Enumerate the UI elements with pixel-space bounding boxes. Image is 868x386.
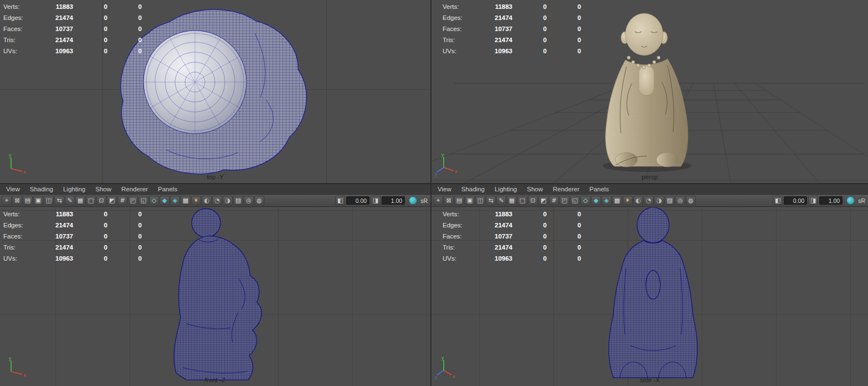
grease-pencil-icon[interactable]: ✎ bbox=[65, 196, 75, 205]
viewport-top[interactable]: Verts: 11883 0 0 Edges: 21474 0 0 Faces:… bbox=[0, 0, 430, 183]
lock-camera-icon[interactable]: ⊠ bbox=[12, 196, 22, 205]
checker-icon[interactable]: ▩ bbox=[612, 196, 622, 205]
pan-zoom-icon[interactable]: ⇆ bbox=[54, 196, 64, 205]
toolbar-right-group: ◧ 0.00 ◨ 1.00 sR bbox=[773, 196, 866, 205]
camera-attributes-icon[interactable]: ▤ bbox=[23, 196, 33, 205]
film-gate-icon[interactable]: □ bbox=[86, 196, 96, 205]
exposure-field[interactable]: 0.00 bbox=[346, 196, 369, 205]
menu-lighting[interactable]: Lighting bbox=[58, 184, 90, 194]
menu-show[interactable]: Show bbox=[90, 184, 116, 194]
toolbar-icon-group: ⌖ ⊠ ▤ ▣ ◫ ⇆ ✎ ▦ □ ⊡ bbox=[2, 196, 264, 205]
maya-four-view-layout: Verts: 11883 0 0 Edges: 21474 0 0 Faces:… bbox=[0, 0, 868, 386]
gamma-field[interactable]: 1.00 bbox=[382, 196, 405, 205]
menu-panels[interactable]: Panels bbox=[153, 184, 182, 194]
axis-gizmo[interactable]: y x bbox=[3, 153, 28, 177]
front-view-wireframe-model bbox=[0, 207, 430, 386]
axis-y-label: y bbox=[441, 356, 444, 360]
viewport-side[interactable]: Verts: 11883 0 0 Edges: 21474 0 0 Faces: bbox=[432, 207, 868, 386]
gate-mask-icon[interactable]: ◩ bbox=[538, 196, 548, 205]
shaded-mode-icon[interactable]: ◆ bbox=[160, 196, 170, 205]
bookmarks-icon[interactable]: ▣ bbox=[465, 196, 475, 205]
menu-shading[interactable]: Shading bbox=[456, 184, 490, 194]
textured-mode-icon[interactable]: ◈ bbox=[602, 196, 612, 205]
xray-icon[interactable]: ◍ bbox=[686, 196, 696, 205]
textured-mode-icon[interactable]: ◈ bbox=[170, 196, 180, 205]
menu-renderer[interactable]: Renderer bbox=[548, 184, 584, 194]
view-transform-label: sR bbox=[858, 197, 865, 204]
safe-action-icon[interactable]: ◰ bbox=[128, 196, 138, 205]
film-gate-icon[interactable]: □ bbox=[517, 196, 527, 205]
select-camera-icon[interactable]: ⌖ bbox=[2, 196, 12, 205]
isolate-select-icon[interactable]: ◎ bbox=[244, 196, 254, 205]
side-view-panel: View Shading Lighting Show Renderer Pane… bbox=[430, 183, 868, 386]
multisample-icon[interactable]: ▨ bbox=[665, 196, 675, 205]
motion-blur-icon[interactable]: ◑ bbox=[223, 196, 233, 205]
axis-y-label: y bbox=[441, 153, 444, 158]
image-plane-icon[interactable]: ◫ bbox=[475, 196, 485, 205]
axis-z-label: z bbox=[435, 172, 438, 177]
image-plane-icon[interactable]: ◫ bbox=[44, 196, 54, 205]
use-all-lights-icon[interactable]: ☀ bbox=[623, 196, 633, 205]
menu-shading[interactable]: Shading bbox=[25, 184, 58, 194]
wireframe-mode-icon[interactable]: ◇ bbox=[149, 196, 159, 205]
exposure-toggle-icon[interactable]: ◧ bbox=[335, 196, 345, 205]
color-management-icon[interactable] bbox=[846, 196, 855, 205]
bookmarks-icon[interactable]: ▣ bbox=[33, 196, 43, 205]
safe-action-icon[interactable]: ◰ bbox=[559, 196, 569, 205]
pan-zoom-icon[interactable]: ⇆ bbox=[486, 196, 496, 205]
menu-panels[interactable]: Panels bbox=[584, 184, 614, 194]
axis-gizmo[interactable]: y x z bbox=[435, 153, 459, 177]
select-camera-icon[interactable]: ⌖ bbox=[433, 196, 443, 205]
gamma-field[interactable]: 1.00 bbox=[819, 196, 843, 205]
wireframe-mode-icon[interactable]: ◇ bbox=[581, 196, 590, 205]
viewport-persp[interactable]: Verts: 11883 0 0 Edges: 21474 0 0 Faces:… bbox=[430, 0, 868, 183]
exposure-field[interactable]: 0.00 bbox=[784, 196, 807, 205]
menu-view[interactable]: View bbox=[1, 184, 25, 194]
menu-lighting[interactable]: Lighting bbox=[490, 184, 522, 194]
front-view-panel: View Shading Lighting Show Renderer Pane… bbox=[0, 183, 430, 386]
axis-y-label: y bbox=[9, 153, 12, 158]
grid-icon[interactable]: ▦ bbox=[507, 196, 517, 205]
field-chart-icon[interactable]: # bbox=[549, 196, 559, 205]
safe-title-icon[interactable]: ◱ bbox=[570, 196, 580, 205]
viewport-front[interactable]: Verts: 11883 0 0 Edges: 21474 0 0 Faces: bbox=[0, 207, 430, 386]
top-view-wireframe-model bbox=[0, 0, 430, 183]
gamma-toggle-icon[interactable]: ◨ bbox=[808, 196, 818, 205]
isolate-select-icon[interactable]: ◎ bbox=[675, 196, 685, 205]
multisample-icon[interactable]: ▨ bbox=[233, 196, 243, 205]
axis-x-label: x bbox=[455, 169, 458, 174]
occlusion-icon[interactable]: ◔ bbox=[212, 196, 222, 205]
axis-x-label: x bbox=[453, 374, 455, 379]
grease-pencil-icon[interactable]: ✎ bbox=[496, 196, 506, 205]
field-chart-icon[interactable]: # bbox=[117, 196, 127, 205]
panel-toolbar: ⌖ ⊠ ▤ ▣ ◫ ⇆ ✎ ▦ □ ⊡ bbox=[432, 195, 868, 207]
xray-icon[interactable]: ◍ bbox=[254, 196, 264, 205]
use-all-lights-icon[interactable]: ☀ bbox=[191, 196, 201, 205]
resolution-gate-icon[interactable]: ⊡ bbox=[96, 196, 106, 205]
view-transform-label: sR bbox=[420, 197, 428, 204]
checker-icon[interactable]: ▩ bbox=[181, 196, 191, 205]
menu-renderer[interactable]: Renderer bbox=[116, 184, 153, 194]
axis-gizmo[interactable]: y x z bbox=[435, 356, 459, 380]
gamma-toggle-icon[interactable]: ◨ bbox=[371, 196, 381, 205]
panel-menu-bar: View Shading Lighting Show Renderer Pane… bbox=[0, 184, 430, 195]
safe-title-icon[interactable]: ◱ bbox=[138, 196, 148, 205]
lock-camera-icon[interactable]: ⊠ bbox=[444, 196, 454, 205]
motion-blur-icon[interactable]: ◑ bbox=[654, 196, 664, 205]
camera-attributes-icon[interactable]: ▤ bbox=[454, 196, 464, 205]
exposure-toggle-icon[interactable]: ◧ bbox=[773, 196, 783, 205]
shadows-icon[interactable]: ◐ bbox=[202, 196, 212, 205]
resolution-gate-icon[interactable]: ⊡ bbox=[528, 196, 538, 205]
gate-mask-icon[interactable]: ◩ bbox=[107, 196, 117, 205]
grid-icon[interactable]: ▦ bbox=[75, 196, 85, 205]
axis-z-label: z bbox=[435, 375, 438, 380]
shadows-icon[interactable]: ◐ bbox=[633, 196, 643, 205]
color-management-icon[interactable] bbox=[409, 196, 417, 205]
axis-gizmo[interactable]: y x bbox=[3, 356, 28, 380]
menu-view[interactable]: View bbox=[433, 184, 456, 194]
axis-y-label: y bbox=[9, 356, 12, 361]
menu-show[interactable]: Show bbox=[522, 184, 548, 194]
occlusion-icon[interactable]: ◔ bbox=[644, 196, 654, 205]
panel-menu-bar: View Shading Lighting Show Renderer Pane… bbox=[432, 184, 868, 195]
shaded-mode-icon[interactable]: ◆ bbox=[591, 196, 601, 205]
